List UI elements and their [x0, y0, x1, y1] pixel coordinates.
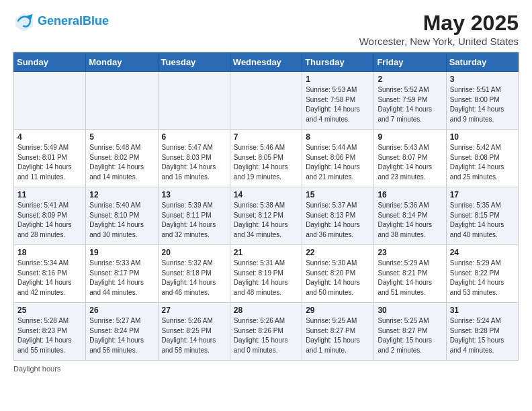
day-cell: 14Sunrise: 5:38 AM Sunset: 8:12 PM Dayli… — [230, 187, 302, 245]
day-cell: 13Sunrise: 5:39 AM Sunset: 8:11 PM Dayli… — [158, 187, 230, 245]
day-cell: 25Sunrise: 5:28 AM Sunset: 8:23 PM Dayli… — [14, 303, 86, 361]
day-info: Sunrise: 5:38 AM Sunset: 8:12 PM Dayligh… — [234, 201, 298, 240]
day-number: 1 — [306, 75, 370, 84]
day-number: 21 — [234, 248, 298, 257]
subtitle: Worcester, New York, United States — [359, 36, 519, 47]
day-number: 17 — [450, 190, 515, 199]
day-number: 18 — [17, 248, 82, 257]
day-cell — [14, 72, 86, 130]
day-number: 25 — [17, 306, 82, 315]
day-cell: 4Sunrise: 5:49 AM Sunset: 8:01 PM Daylig… — [14, 130, 86, 187]
day-info: Sunrise: 5:47 AM Sunset: 8:03 PM Dayligh… — [162, 143, 226, 182]
day-number: 28 — [234, 306, 298, 315]
day-number: 30 — [378, 306, 442, 315]
day-info: Sunrise: 5:34 AM Sunset: 8:16 PM Dayligh… — [17, 259, 82, 298]
day-cell: 10Sunrise: 5:42 AM Sunset: 8:08 PM Dayli… — [446, 130, 518, 187]
logo-icon — [13, 11, 35, 32]
day-cell: 21Sunrise: 5:31 AM Sunset: 8:19 PM Dayli… — [230, 245, 302, 303]
day-cell: 24Sunrise: 5:29 AM Sunset: 8:22 PM Dayli… — [446, 245, 518, 303]
footer-note: Daylight hours — [13, 365, 519, 373]
logo: GeneralBlue — [13, 11, 109, 32]
day-number: 4 — [17, 132, 82, 142]
day-cell: 7Sunrise: 5:46 AM Sunset: 8:05 PM Daylig… — [230, 130, 302, 187]
day-header-sunday: Sunday — [14, 53, 86, 72]
day-info: Sunrise: 5:46 AM Sunset: 8:05 PM Dayligh… — [234, 143, 298, 182]
day-info: Sunrise: 5:40 AM Sunset: 8:10 PM Dayligh… — [89, 201, 154, 240]
header: GeneralBlue May 2025 Worcester, New York… — [13, 11, 519, 47]
day-info: Sunrise: 5:32 AM Sunset: 8:18 PM Dayligh… — [162, 259, 226, 298]
day-number: 10 — [450, 132, 515, 142]
day-number: 12 — [89, 190, 154, 199]
week-row-5: 25Sunrise: 5:28 AM Sunset: 8:23 PM Dayli… — [14, 303, 519, 361]
day-cell: 22Sunrise: 5:30 AM Sunset: 8:20 PM Dayli… — [302, 245, 374, 303]
day-number: 23 — [378, 248, 442, 257]
day-info: Sunrise: 5:35 AM Sunset: 8:15 PM Dayligh… — [450, 201, 515, 240]
week-row-3: 11Sunrise: 5:41 AM Sunset: 8:09 PM Dayli… — [14, 187, 519, 245]
day-header-friday: Friday — [374, 53, 446, 72]
day-cell: 18Sunrise: 5:34 AM Sunset: 8:16 PM Dayli… — [14, 245, 86, 303]
week-row-2: 4Sunrise: 5:49 AM Sunset: 8:01 PM Daylig… — [14, 130, 519, 187]
day-cell: 20Sunrise: 5:32 AM Sunset: 8:18 PM Dayli… — [158, 245, 230, 303]
day-cell: 23Sunrise: 5:29 AM Sunset: 8:21 PM Dayli… — [374, 245, 446, 303]
day-number: 8 — [306, 132, 370, 142]
day-info: Sunrise: 5:25 AM Sunset: 8:27 PM Dayligh… — [378, 316, 442, 355]
day-cell: 9Sunrise: 5:43 AM Sunset: 8:07 PM Daylig… — [374, 130, 446, 187]
day-number: 29 — [306, 306, 370, 315]
day-cell: 15Sunrise: 5:37 AM Sunset: 8:13 PM Dayli… — [302, 187, 374, 245]
day-cell: 17Sunrise: 5:35 AM Sunset: 8:15 PM Dayli… — [446, 187, 518, 245]
main-title: May 2025 — [359, 11, 519, 36]
day-cell: 30Sunrise: 5:25 AM Sunset: 8:27 PM Dayli… — [374, 303, 446, 361]
day-number: 22 — [306, 248, 370, 257]
day-cell — [158, 72, 230, 130]
day-number: 9 — [378, 132, 442, 142]
day-number: 2 — [378, 75, 442, 84]
day-info: Sunrise: 5:44 AM Sunset: 8:06 PM Dayligh… — [306, 143, 370, 182]
page: GeneralBlue May 2025 Worcester, New York… — [0, 0, 532, 379]
day-number: 3 — [450, 75, 515, 84]
day-info: Sunrise: 5:51 AM Sunset: 8:00 PM Dayligh… — [450, 85, 515, 124]
day-number: 5 — [89, 132, 154, 142]
day-cell: 19Sunrise: 5:33 AM Sunset: 8:17 PM Dayli… — [86, 245, 158, 303]
day-info: Sunrise: 5:33 AM Sunset: 8:17 PM Dayligh… — [89, 259, 154, 298]
day-number: 27 — [162, 306, 226, 315]
day-info: Sunrise: 5:39 AM Sunset: 8:11 PM Dayligh… — [162, 201, 226, 240]
logo-line2: Blue — [83, 14, 109, 28]
day-info: Sunrise: 5:27 AM Sunset: 8:24 PM Dayligh… — [89, 316, 154, 355]
day-header-thursday: Thursday — [302, 53, 374, 72]
day-cell: 2Sunrise: 5:52 AM Sunset: 7:59 PM Daylig… — [374, 72, 446, 130]
calendar-header: SundayMondayTuesdayWednesdayThursdayFrid… — [14, 53, 519, 72]
day-info: Sunrise: 5:26 AM Sunset: 8:26 PM Dayligh… — [234, 316, 298, 355]
day-cell: 12Sunrise: 5:40 AM Sunset: 8:10 PM Dayli… — [86, 187, 158, 245]
day-info: Sunrise: 5:36 AM Sunset: 8:14 PM Dayligh… — [378, 201, 442, 240]
day-info: Sunrise: 5:49 AM Sunset: 8:01 PM Dayligh… — [17, 143, 82, 182]
day-number: 31 — [450, 306, 515, 315]
day-number: 26 — [89, 306, 154, 315]
day-number: 20 — [162, 248, 226, 257]
day-info: Sunrise: 5:30 AM Sunset: 8:20 PM Dayligh… — [306, 259, 370, 298]
day-header-saturday: Saturday — [446, 53, 518, 72]
day-info: Sunrise: 5:25 AM Sunset: 8:27 PM Dayligh… — [306, 316, 370, 355]
day-header-tuesday: Tuesday — [158, 53, 230, 72]
day-cell: 29Sunrise: 5:25 AM Sunset: 8:27 PM Dayli… — [302, 303, 374, 361]
day-info: Sunrise: 5:41 AM Sunset: 8:09 PM Dayligh… — [17, 201, 82, 240]
day-number: 11 — [17, 190, 82, 199]
day-number: 14 — [234, 190, 298, 199]
day-number: 15 — [306, 190, 370, 199]
day-cell: 16Sunrise: 5:36 AM Sunset: 8:14 PM Dayli… — [374, 187, 446, 245]
day-info: Sunrise: 5:52 AM Sunset: 7:59 PM Dayligh… — [378, 85, 442, 124]
day-info: Sunrise: 5:26 AM Sunset: 8:25 PM Dayligh… — [162, 316, 226, 355]
week-row-1: 1Sunrise: 5:53 AM Sunset: 7:58 PM Daylig… — [14, 72, 519, 130]
day-number: 16 — [378, 190, 442, 199]
day-number: 6 — [162, 132, 226, 142]
day-cell — [230, 72, 302, 130]
logo-line1: General — [38, 14, 83, 28]
day-cell: 6Sunrise: 5:47 AM Sunset: 8:03 PM Daylig… — [158, 130, 230, 187]
day-info: Sunrise: 5:29 AM Sunset: 8:22 PM Dayligh… — [450, 259, 515, 298]
day-info: Sunrise: 5:24 AM Sunset: 8:28 PM Dayligh… — [450, 316, 515, 355]
day-cell: 28Sunrise: 5:26 AM Sunset: 8:26 PM Dayli… — [230, 303, 302, 361]
day-number: 13 — [162, 190, 226, 199]
day-number: 19 — [89, 248, 154, 257]
title-area: May 2025 Worcester, New York, United Sta… — [359, 11, 519, 47]
day-cell: 26Sunrise: 5:27 AM Sunset: 8:24 PM Dayli… — [86, 303, 158, 361]
day-info: Sunrise: 5:43 AM Sunset: 8:07 PM Dayligh… — [378, 143, 442, 182]
